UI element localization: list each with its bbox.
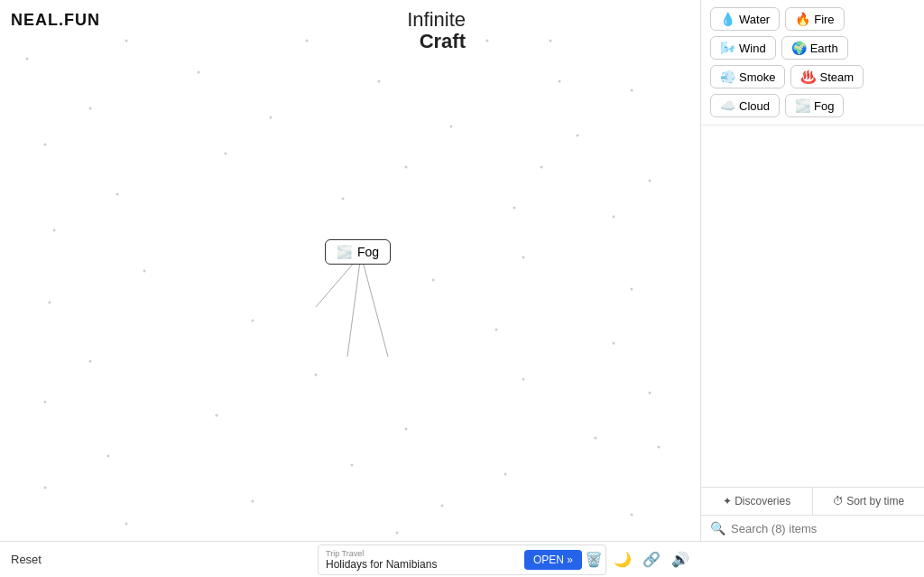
earth-icon: 🌍 — [791, 41, 807, 55]
svg-point-30 — [613, 342, 615, 345]
svg-point-26 — [631, 288, 633, 291]
sidebar: 💧Water🔥Fire🌬️Wind🌍Earth💨Smoke♨️Steam☁️Cl… — [700, 0, 924, 541]
svg-point-19 — [342, 198, 345, 200]
element-chip-steam[interactable]: ♨️Steam — [790, 65, 864, 88]
svg-point-24 — [143, 270, 146, 273]
element-chip-fire[interactable]: 🔥Fire — [785, 7, 844, 31]
svg-point-10 — [270, 116, 273, 119]
fire-icon: 🔥 — [795, 12, 810, 26]
sound-icon[interactable]: 🔊 — [671, 551, 689, 568]
svg-point-43 — [44, 487, 47, 489]
tab-sort-label: ⏱ Sort by time — [833, 495, 904, 507]
element-chip-smoke[interactable]: 💨Smoke — [710, 65, 785, 88]
svg-point-28 — [252, 320, 254, 322]
svg-point-0 — [125, 40, 128, 42]
steam-icon: ♨️ — [800, 70, 816, 84]
svg-point-23 — [522, 256, 525, 259]
search-bar: 🔍 — [701, 516, 924, 541]
fog-node-icon: 🌫️ — [337, 245, 352, 259]
game-title-line2: Craft — [407, 31, 466, 52]
search-input[interactable] — [731, 522, 915, 535]
moon-icon[interactable]: 🌙 — [614, 551, 632, 568]
reset-button[interactable]: Reset — [11, 553, 42, 566]
logo-text: NEAL.FUN — [11, 11, 100, 29]
sidebar-footer: ✦ Discoveries ⏱ Sort by time 🔍 — [701, 487, 924, 541]
fog-icon: 🌫️ — [795, 98, 810, 113]
svg-point-13 — [44, 144, 47, 146]
svg-point-14 — [225, 153, 227, 155]
steam-label: Steam — [819, 70, 854, 84]
svg-point-38 — [595, 437, 597, 440]
svg-point-4 — [26, 58, 29, 60]
trash-icon[interactable]: 🗑️ — [585, 551, 603, 568]
svg-point-6 — [378, 80, 381, 83]
search-icon: 🔍 — [710, 521, 725, 535]
craft-canvas[interactable]: NEAL.FUN Infinite Craft 🌫️ Fog — [0, 0, 700, 541]
svg-point-20 — [513, 207, 516, 209]
svg-point-27 — [49, 302, 51, 304]
bottom-icons: 🗑️ 🌙 🔗 🔊 — [585, 551, 689, 568]
svg-point-1 — [306, 40, 309, 42]
svg-point-47 — [125, 523, 128, 526]
svg-point-29 — [495, 329, 498, 331]
svg-point-12 — [577, 135, 579, 137]
svg-point-8 — [631, 89, 633, 92]
logo: NEAL.FUN — [11, 11, 100, 30]
element-chip-cloud[interactable]: ☁️Cloud — [710, 94, 780, 117]
svg-point-37 — [405, 428, 408, 431]
svg-point-15 — [405, 166, 408, 169]
cloud-label: Cloud — [739, 99, 770, 113]
element-chip-water[interactable]: 💧Water — [710, 7, 780, 31]
ad-title: Holidays for Namibians — [326, 558, 437, 571]
water-label: Water — [739, 13, 770, 26]
fog-label: Fog — [814, 99, 834, 113]
svg-point-32 — [315, 374, 318, 377]
svg-point-31 — [89, 360, 92, 363]
ad-content: Trip Travel Holidays for Namibians — [326, 549, 437, 571]
water-icon: 💧 — [720, 12, 735, 26]
svg-point-34 — [649, 392, 651, 395]
svg-point-2 — [486, 40, 489, 42]
svg-point-25 — [432, 279, 435, 282]
fog-node-label: Fog — [357, 245, 379, 259]
share-icon[interactable]: 🔗 — [642, 551, 661, 568]
element-chip-earth[interactable]: 🌍Earth — [781, 36, 848, 60]
svg-point-46 — [631, 514, 633, 517]
elements-grid: 💧Water🔥Fire🌬️Wind🌍Earth💨Smoke♨️Steam☁️Cl… — [701, 0, 924, 126]
fog-node[interactable]: 🌫️ Fog — [325, 239, 391, 265]
svg-line-50 — [347, 255, 361, 357]
svg-point-35 — [44, 401, 47, 404]
svg-point-5 — [198, 71, 200, 74]
svg-point-16 — [541, 166, 543, 169]
smoke-icon: 💨 — [720, 70, 735, 84]
svg-point-22 — [53, 229, 56, 232]
ad-bar: Trip Travel Holidays for Namibians OPEN … — [318, 544, 606, 575]
ad-label: Trip Travel — [326, 549, 437, 558]
wind-icon: 🌬️ — [720, 41, 735, 55]
svg-point-9 — [89, 107, 92, 110]
svg-point-11 — [450, 126, 453, 128]
svg-line-51 — [361, 255, 388, 357]
earth-label: Earth — [810, 42, 838, 55]
svg-point-17 — [649, 180, 651, 182]
svg-point-41 — [351, 464, 354, 467]
svg-point-40 — [107, 455, 110, 458]
svg-point-45 — [441, 505, 444, 507]
svg-point-33 — [522, 378, 525, 381]
smoke-label: Smoke — [739, 70, 775, 84]
tab-sort[interactable]: ⏱ Sort by time — [812, 488, 924, 515]
element-chip-wind[interactable]: 🌬️Wind — [710, 36, 776, 60]
game-title: Infinite Craft — [407, 9, 466, 52]
svg-point-21 — [613, 216, 615, 219]
open-ad-button[interactable]: OPEN » — [524, 550, 582, 570]
cloud-icon: ☁️ — [720, 98, 735, 113]
svg-point-7 — [559, 80, 561, 83]
element-chip-fog[interactable]: 🌫️Fog — [785, 94, 844, 117]
tab-discoveries-label: ✦ Discoveries — [723, 495, 790, 507]
canvas-lines — [0, 0, 700, 541]
svg-point-18 — [116, 193, 119, 196]
tab-discoveries[interactable]: ✦ Discoveries — [701, 488, 812, 515]
svg-point-48 — [396, 532, 399, 535]
svg-point-39 — [658, 446, 661, 449]
sidebar-tabs: ✦ Discoveries ⏱ Sort by time — [701, 488, 924, 516]
